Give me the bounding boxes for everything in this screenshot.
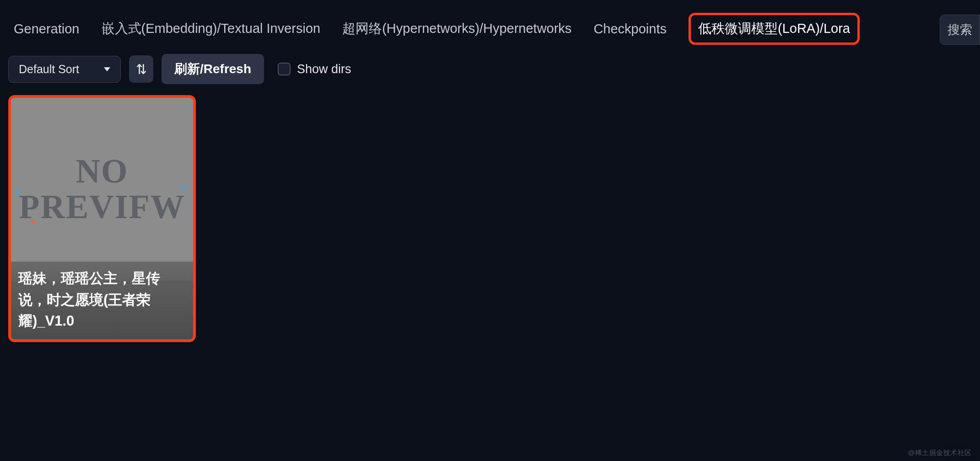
model-grid: NO PREVIFW ✦ ✦ ✦ 瑶妹，瑶瑶公主，星传说，时之愿境(王者荣耀)_… (0, 87, 980, 350)
model-card[interactable]: NO PREVIFW ✦ ✦ ✦ 瑶妹，瑶瑶公主，星传说，时之愿境(王者荣耀)_… (8, 95, 196, 342)
no-preview-placeholder: NO PREVIFW ✦ ✦ ✦ (19, 154, 185, 225)
search-button[interactable]: 搜索 (940, 15, 980, 45)
caret-down-icon (104, 67, 110, 71)
show-dirs-checkbox[interactable] (278, 63, 291, 75)
refresh-button[interactable]: 刷新/Refresh (162, 54, 264, 84)
swap-vertical-icon (135, 63, 147, 75)
tab-hypernetworks[interactable]: 超网络(Hypernetworks)/Hypernetworks (342, 20, 571, 38)
watermark: @稀土掘金技术社区 (908, 449, 972, 457)
show-dirs-label: Show dirs (297, 62, 351, 76)
tab-bar: Generation 嵌入式(Embedding)/Textual Invers… (0, 0, 980, 51)
sort-direction-button[interactable] (129, 55, 153, 83)
toolbar: Default Sort 刷新/Refresh Show dirs (0, 51, 980, 87)
sort-label: Default Sort (19, 63, 79, 76)
tab-generation[interactable]: Generation (14, 21, 80, 37)
tab-lora[interactable]: 低秩微调模型(LoRA)/Lora (689, 13, 860, 45)
tab-embedding[interactable]: 嵌入式(Embedding)/Textual Inversion (102, 20, 321, 38)
model-title: 瑶妹，瑶瑶公主，星传说，时之愿境(王者荣耀)_V1.0 (11, 262, 193, 339)
show-dirs-option: Show dirs (278, 62, 351, 76)
model-preview: NO PREVIFW ✦ ✦ ✦ (11, 98, 193, 281)
tab-checkpoints[interactable]: Checkpoints (593, 21, 667, 37)
sort-dropdown[interactable]: Default Sort (8, 56, 121, 83)
